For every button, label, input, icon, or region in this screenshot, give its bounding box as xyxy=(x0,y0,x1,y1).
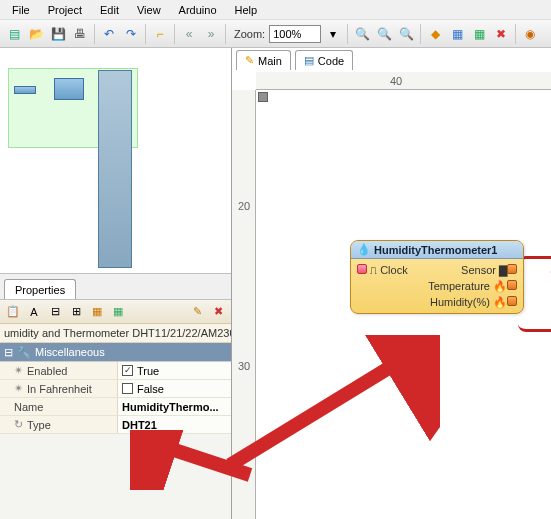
properties-tabrow: Properties xyxy=(0,274,231,300)
new-button[interactable]: ▤ xyxy=(4,24,24,44)
fire-icon: 🔥 xyxy=(493,296,507,308)
separator xyxy=(347,24,348,44)
property-row-infahrenheit[interactable]: ✴In Fahrenheit False xyxy=(0,380,231,398)
property-row-name[interactable]: Name HumidityThermo... xyxy=(0,398,231,416)
overview-chip xyxy=(54,78,84,100)
separator xyxy=(94,24,95,44)
ruler-tick: 30 xyxy=(238,360,250,372)
overview-chip xyxy=(14,86,36,94)
prop-name: Name xyxy=(14,401,43,413)
overview-panel[interactable] xyxy=(0,48,231,274)
canvas-area: ✎Main ▤Code 40 20 30 💧 HumidityThermomet… xyxy=(232,48,551,519)
tab-code[interactable]: ▤Code xyxy=(295,50,353,70)
category-label: Miscellaneous xyxy=(35,346,105,358)
tool-b-button[interactable]: ▦ xyxy=(447,24,467,44)
delete-button[interactable]: ✖ xyxy=(491,24,511,44)
zoom-label: Zoom: xyxy=(234,28,265,40)
prop-delete-button[interactable]: ✖ xyxy=(209,303,227,321)
pencil-icon: ✎ xyxy=(245,54,254,67)
left-pane: Properties 📋 A ⊟ ⊞ ▦ ▦ ✎ ✖ umidity and T… xyxy=(0,48,232,519)
overview-chip xyxy=(98,70,132,268)
properties-tab[interactable]: Properties xyxy=(4,279,76,299)
property-grid: ✴Enabled ✓True ✴In Fahrenheit False Name… xyxy=(0,361,231,434)
prop-value: DHT21 xyxy=(122,419,157,431)
ruler-tick: 20 xyxy=(238,200,250,212)
humidity-thermometer-node[interactable]: 💧 HumidityThermometer1 ⎍ Clock Sensor ▇ … xyxy=(350,240,524,314)
separator xyxy=(174,24,175,44)
prop-name: Enabled xyxy=(27,365,67,377)
undo-button[interactable]: ↶ xyxy=(99,24,119,44)
vertical-ruler: 20 30 xyxy=(232,90,256,519)
prop-value: HumidityThermo... xyxy=(122,401,219,413)
zoom-fit-button[interactable]: 🔍 xyxy=(396,24,416,44)
menu-edit[interactable]: Edit xyxy=(92,2,127,18)
prop-icon: ↻ xyxy=(14,418,23,431)
output-port[interactable] xyxy=(507,280,517,290)
prop-tool-b[interactable]: ▦ xyxy=(109,303,127,321)
ruler-tick: 40 xyxy=(390,75,402,87)
prop-icon: ✴ xyxy=(14,364,23,377)
humidity-icon: 💧 xyxy=(357,243,371,256)
prop-tool-a[interactable]: ▦ xyxy=(88,303,106,321)
tool-d-button[interactable]: ◉ xyxy=(520,24,540,44)
output-port[interactable] xyxy=(507,264,517,274)
prop-icon: ✴ xyxy=(14,382,23,395)
pulse-icon: ⎍ xyxy=(370,264,377,276)
redo-button[interactable]: ↷ xyxy=(121,24,141,44)
fire-icon: 🔥 xyxy=(493,280,507,292)
zoom-out-button[interactable]: 🔍 xyxy=(374,24,394,44)
menu-bar: File Project Edit View Arduino Help xyxy=(0,0,551,20)
menu-view[interactable]: View xyxy=(129,2,169,18)
tool-a-button[interactable]: ◆ xyxy=(425,24,445,44)
categorize-button[interactable]: 📋 xyxy=(4,303,22,321)
menu-file[interactable]: File xyxy=(4,2,38,18)
menu-arduino[interactable]: Arduino xyxy=(171,2,225,18)
collapse-button[interactable]: ⊞ xyxy=(67,303,85,321)
menu-project[interactable]: Project xyxy=(40,2,90,18)
sensor-icon: ▇ xyxy=(499,264,507,276)
alpha-button[interactable]: A xyxy=(25,303,43,321)
properties-toolbar: 📋 A ⊟ ⊞ ▦ ▦ ✎ ✖ xyxy=(0,300,231,324)
save-button[interactable]: 💾 xyxy=(48,24,68,44)
tab-main[interactable]: ✎Main xyxy=(236,50,291,70)
node-title: 💧 HumidityThermometer1 xyxy=(351,241,523,259)
corner-button[interactable]: ⌐ xyxy=(150,24,170,44)
input-port[interactable] xyxy=(357,264,367,274)
design-canvas[interactable]: 💧 HumidityThermometer1 ⎍ Clock Sensor ▇ … xyxy=(256,90,551,519)
checkbox-unchecked-icon[interactable] xyxy=(122,383,133,394)
wrench-icon: 🔧 xyxy=(17,346,31,359)
main-toolbar: ▤ 📂 💾 🖶 ↶ ↷ ⌐ « » Zoom: 100% ▾ 🔍 🔍 🔍 ◆ ▦… xyxy=(0,20,551,48)
design-tabs: ✎Main ▤Code xyxy=(236,50,353,70)
workspace: Properties 📋 A ⊟ ⊞ ▦ ▦ ✎ ✖ umidity and T… xyxy=(0,48,551,519)
prop-action-a[interactable]: ✎ xyxy=(188,303,206,321)
properties-object-title: umidity and Thermometer DHT11/21/22/AM23… xyxy=(0,324,231,343)
property-category[interactable]: ⊟ 🔧 Miscellaneous xyxy=(0,343,231,361)
expand-button[interactable]: ⊟ xyxy=(46,303,64,321)
property-row-type[interactable]: ↻Type DHT21 xyxy=(0,416,231,434)
nav-prev-button[interactable]: « xyxy=(179,24,199,44)
open-button[interactable]: 📂 xyxy=(26,24,46,44)
separator xyxy=(420,24,421,44)
port-label: Sensor xyxy=(461,264,496,276)
zoom-combobox[interactable]: 100% xyxy=(269,25,321,43)
nav-next-button[interactable]: » xyxy=(201,24,221,44)
port-label: Clock xyxy=(380,264,408,276)
separator xyxy=(225,24,226,44)
separator xyxy=(515,24,516,44)
tool-c-button[interactable]: ▦ xyxy=(469,24,489,44)
property-row-enabled[interactable]: ✴Enabled ✓True xyxy=(0,362,231,380)
menu-help[interactable]: Help xyxy=(227,2,266,18)
zoom-dropdown-button[interactable]: ▾ xyxy=(323,24,343,44)
zoom-in-button[interactable]: 🔍 xyxy=(352,24,372,44)
output-port[interactable] xyxy=(507,296,517,306)
print-button[interactable]: 🖶 xyxy=(70,24,90,44)
properties-panel: Properties 📋 A ⊟ ⊞ ▦ ▦ ✎ ✖ umidity and T… xyxy=(0,274,231,519)
checkbox-checked-icon[interactable]: ✓ xyxy=(122,365,133,376)
horizontal-ruler: 40 xyxy=(256,72,551,90)
prop-name: In Fahrenheit xyxy=(27,383,92,395)
collapse-icon: ⊟ xyxy=(4,346,13,359)
port-label: Temperature xyxy=(428,280,490,292)
prop-name: Type xyxy=(27,419,51,431)
prop-value: True xyxy=(137,365,159,377)
code-icon: ▤ xyxy=(304,54,314,67)
